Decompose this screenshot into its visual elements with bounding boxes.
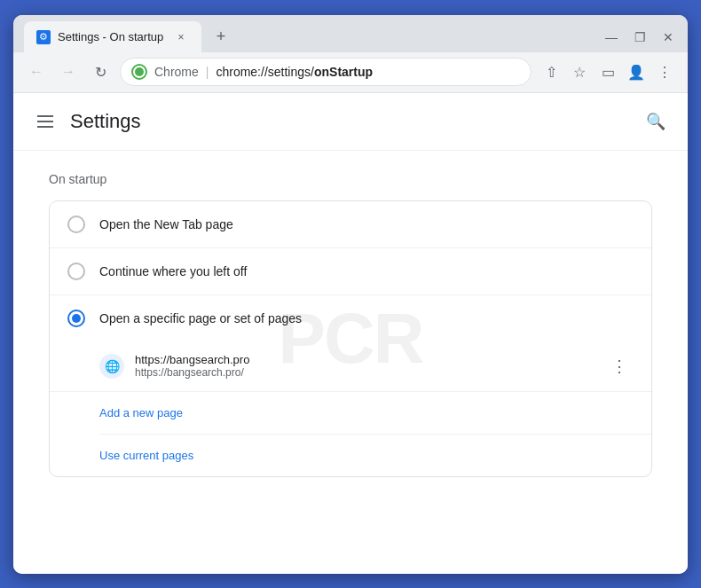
new-tab-button[interactable]: + xyxy=(209,25,233,50)
startup-options-card: PCR Open the New Tab page Continue where… xyxy=(49,200,652,477)
tab-close-button[interactable]: × xyxy=(173,29,189,45)
section-title: On startup xyxy=(49,172,652,186)
chrome-label: Chrome xyxy=(154,65,199,79)
url-text: chrome://settings/onStartup xyxy=(216,65,373,79)
startup-pages-list: 🌐 https://bangsearch.pro https://bangsea… xyxy=(50,341,651,392)
option-continue[interactable]: Continue where you left off xyxy=(50,248,651,295)
back-button[interactable]: ← xyxy=(24,59,49,84)
hamburger-line-3 xyxy=(37,126,53,128)
site-favicon: 🌐 xyxy=(99,354,124,379)
search-settings-button[interactable]: 🔍 xyxy=(642,107,670,136)
settings-body: On startup PCR Open the New Tab page Con… xyxy=(13,151,688,574)
address-bar[interactable]: Chrome | chrome://settings/onStartup xyxy=(120,58,532,86)
restore-button[interactable]: ❐ xyxy=(631,30,649,44)
window-controls: — ❐ ✕ xyxy=(603,30,677,44)
page-content: Settings 🔍 On startup PCR Open the New T… xyxy=(13,93,688,574)
action-links: Add a new page xyxy=(50,392,651,434)
radio-specific-pages[interactable] xyxy=(67,310,85,327)
toolbar-actions: ⇧ ☆ ▭ 👤 ⋮ xyxy=(539,59,677,84)
page-name: https://bangsearch.pro xyxy=(135,353,595,366)
radio-new-tab[interactable] xyxy=(67,216,85,233)
minimize-button[interactable]: — xyxy=(603,30,620,44)
radio-continue[interactable] xyxy=(67,263,85,280)
browser-toolbar: ← → ↻ Chrome | chrome://settings/onStart… xyxy=(13,52,688,93)
profile-button[interactable]: 👤 xyxy=(624,59,649,84)
forward-button[interactable]: → xyxy=(56,59,81,84)
page-title: Settings xyxy=(70,110,631,133)
page-info: https://bangsearch.pro https://bangsearc… xyxy=(135,353,595,379)
close-window-button[interactable]: ✕ xyxy=(659,30,677,44)
option-new-tab-label: Open the New Tab page xyxy=(99,217,233,231)
share-button[interactable]: ⇧ xyxy=(539,59,563,84)
menu-button[interactable]: ⋮ xyxy=(652,59,677,84)
page-header: Settings 🔍 xyxy=(13,93,688,151)
split-view-button[interactable]: ▭ xyxy=(595,59,620,84)
security-icon xyxy=(131,64,147,80)
use-current-pages-link[interactable]: Use current pages xyxy=(99,442,634,469)
page-more-button[interactable]: ⋮ xyxy=(605,352,634,380)
option-continue-label: Continue where you left off xyxy=(99,264,247,278)
active-tab[interactable]: Settings - On startup × xyxy=(24,21,201,53)
hamburger-menu-button[interactable] xyxy=(31,107,59,136)
hamburger-line-2 xyxy=(37,121,53,122)
option-specific-pages[interactable]: Open a specific page or set of pages xyxy=(50,295,651,341)
url-divider: | xyxy=(206,65,209,79)
reload-button[interactable]: ↻ xyxy=(88,59,113,84)
tab-title: Settings - On startup xyxy=(58,30,163,43)
use-current-links: Use current pages xyxy=(50,435,651,476)
bookmark-button[interactable]: ☆ xyxy=(567,59,592,84)
startup-page-entry: 🌐 https://bangsearch.pro https://bangsea… xyxy=(99,341,634,391)
page-url: https://bangsearch.pro/ xyxy=(135,366,595,379)
browser-window: Settings - On startup × + — ❐ ✕ ← → ↻ Ch… xyxy=(13,15,688,574)
hamburger-line-1 xyxy=(37,115,53,117)
title-bar: Settings - On startup × + — ❐ ✕ xyxy=(13,15,688,52)
option-new-tab[interactable]: Open the New Tab page xyxy=(50,201,651,248)
option-specific-pages-label: Open a specific page or set of pages xyxy=(99,311,302,325)
tab-favicon xyxy=(36,30,51,44)
add-new-page-link[interactable]: Add a new page xyxy=(99,399,634,427)
